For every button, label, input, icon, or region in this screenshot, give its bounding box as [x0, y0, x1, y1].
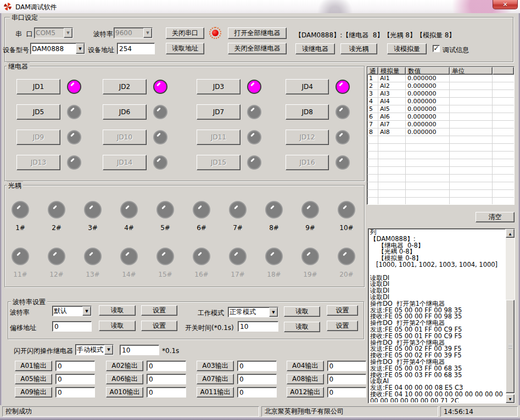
- cell-unit: [450, 90, 493, 97]
- ao-value-input[interactable]: 0: [237, 361, 277, 371]
- workmode-set-button[interactable]: 设置: [327, 305, 358, 316]
- switchtime-set-button[interactable]: 设置: [327, 321, 358, 331]
- debug-info-checkbox[interactable]: ✓: [433, 45, 440, 52]
- ao-output-button[interactable]: A01输出: [15, 361, 52, 371]
- ao-output-button[interactable]: A011输出: [197, 387, 234, 397]
- dropdown-arrow-icon[interactable]: ▼: [143, 28, 152, 38]
- ao-output-button[interactable]: A04输出: [287, 361, 324, 371]
- relay-button[interactable]: JD6: [103, 104, 147, 120]
- dropdown-arrow-icon[interactable]: ▼: [269, 307, 278, 317]
- ao-output-button[interactable]: A08输出: [287, 374, 324, 384]
- relay-button[interactable]: JD14: [103, 155, 147, 170]
- switchtime-input[interactable]: 10: [238, 321, 278, 332]
- table-header-cell[interactable]: 模拟量: [378, 67, 406, 75]
- relay-button[interactable]: JD16: [286, 155, 329, 170]
- read-relay-button[interactable]: 读继电器: [295, 43, 335, 54]
- read-opto-button[interactable]: 读光耦: [340, 43, 377, 54]
- relay-button[interactable]: JD13: [16, 155, 60, 170]
- scroll-up-icon[interactable]: ▲: [506, 229, 515, 238]
- relay-button[interactable]: JD12: [286, 130, 329, 145]
- read-analog-button[interactable]: 读模拟量: [387, 43, 427, 54]
- table-row[interactable]: 3 AI3 0.000000: [367, 90, 514, 98]
- switchtime-read-button[interactable]: 读取: [284, 322, 320, 332]
- relay-button[interactable]: JD7: [197, 104, 241, 120]
- ao-value-input[interactable]: 0: [237, 374, 277, 384]
- close-all-relays-button[interactable]: 关闭全部继电器: [228, 43, 287, 54]
- table-row[interactable]: 2 AI2 0.000000: [367, 82, 514, 90]
- offset-input[interactable]: 0: [52, 321, 92, 332]
- relay-button[interactable]: JD1: [16, 79, 60, 94]
- table-row[interactable]: 8 AI8 0.000000: [367, 128, 514, 136]
- ao-output-button[interactable]: A010输出: [106, 387, 143, 397]
- table-row[interactable]: 1 AI1 0.000000: [367, 75, 514, 82]
- ao-value-input[interactable]: 0: [237, 387, 277, 397]
- ao-value-input[interactable]: 0: [327, 374, 367, 384]
- relay-button[interactable]: JD9: [16, 130, 60, 145]
- ao-output-button[interactable]: A012输出: [287, 387, 324, 397]
- dropdown-arrow-icon[interactable]: ▼: [76, 43, 85, 54]
- cell-unit: [450, 82, 493, 89]
- table-row[interactable]: 7 AI7 0.000000: [367, 121, 514, 128]
- title-bar: [0, 0, 520, 13]
- com-port-select[interactable]: COM5▼: [34, 27, 73, 38]
- relay-button[interactable]: JD2: [103, 79, 147, 94]
- ao-value-input[interactable]: 0: [327, 387, 367, 397]
- table-header-cell[interactable]: 通: [367, 67, 378, 75]
- debug-log[interactable]: 列 【DAM0888】: 【继电器 0-8】 【光耦 0-8】 【模拟量 0-8…: [368, 228, 515, 404]
- table-row[interactable]: 4 AI4 0.000000: [367, 98, 514, 105]
- scroll-down-icon[interactable]: ▼: [506, 394, 515, 403]
- ao-value-input[interactable]: 0: [147, 387, 186, 397]
- ao-value-input[interactable]: 0: [147, 361, 186, 371]
- ao-value-input[interactable]: 0: [147, 374, 186, 384]
- ao-output-button[interactable]: A02输出: [106, 361, 143, 371]
- cell-name: AI8: [378, 128, 406, 136]
- baud-set-select[interactable]: 默认▼: [52, 306, 92, 316]
- ao-value-input[interactable]: 0: [55, 387, 95, 397]
- relay-button[interactable]: JD8: [286, 104, 329, 120]
- dropdown-arrow-icon[interactable]: ▼: [82, 306, 91, 316]
- table-header-cell[interactable]: [493, 67, 514, 75]
- table-header-cell[interactable]: 数值: [406, 67, 450, 75]
- open-all-relays-button[interactable]: 打开全部继电器: [228, 27, 287, 39]
- ao-output-button[interactable]: A09输出: [15, 387, 52, 397]
- ao-output-button[interactable]: A06输出: [106, 374, 143, 384]
- ao-output-button[interactable]: A05输出: [15, 374, 52, 384]
- close-port-button[interactable]: 关闭串口: [166, 27, 204, 39]
- offset-set-button[interactable]: 设置: [141, 321, 177, 331]
- relay-button[interactable]: JD10: [103, 130, 147, 145]
- ao-value-input[interactable]: 0: [55, 361, 95, 371]
- read-addr-button[interactable]: 读取地址: [166, 43, 204, 54]
- ao-output-button[interactable]: A07输出: [197, 374, 234, 384]
- relay-button[interactable]: JD3: [197, 79, 241, 94]
- offset-read-button[interactable]: 读取: [99, 321, 136, 331]
- baud-read-button[interactable]: 读取: [99, 305, 136, 316]
- clear-button[interactable]: 清空: [476, 212, 515, 222]
- dropdown-arrow-icon[interactable]: ▼: [64, 28, 72, 38]
- workmode-select[interactable]: 正常模式▼: [228, 307, 278, 317]
- baud-rate-select[interactable]: 9600▼: [114, 27, 153, 38]
- opto-indicator-led: [229, 201, 247, 219]
- relay-button[interactable]: JD5: [16, 104, 60, 120]
- opto-indicator-led: [265, 201, 283, 219]
- flash-mode-select[interactable]: 手动模式▼: [75, 344, 114, 355]
- dropdown-arrow-icon[interactable]: ▼: [104, 345, 113, 355]
- cell-value: 0.000000: [406, 75, 450, 82]
- flash-time-input[interactable]: 10: [120, 345, 159, 355]
- log-scrollbar[interactable]: ▲ ▼: [505, 229, 515, 403]
- relay-button[interactable]: JD4: [286, 79, 329, 94]
- cell-extra: [493, 98, 514, 105]
- ao-value-input[interactable]: 0: [55, 374, 95, 384]
- ao-output-button[interactable]: A03输出: [197, 361, 234, 371]
- workmode-read-button[interactable]: 读取: [284, 306, 320, 317]
- ao-value-input[interactable]: 0: [327, 361, 367, 371]
- relay-button[interactable]: JD15: [197, 155, 241, 170]
- device-addr-input[interactable]: 254: [117, 43, 155, 54]
- table-row[interactable]: 5 AI5 0.000000: [367, 105, 514, 113]
- scrollbar-thumb[interactable]: [506, 300, 515, 393]
- table-header-cell[interactable]: 单位: [450, 67, 493, 75]
- device-model-select[interactable]: DAM0888▼: [30, 43, 85, 54]
- relay-button[interactable]: JD11: [197, 130, 241, 145]
- close-button[interactable]: ✕: [493, 0, 518, 9]
- table-row[interactable]: 6 AI6 0.000000: [367, 113, 514, 121]
- baud-set-button[interactable]: 设置: [141, 305, 177, 316]
